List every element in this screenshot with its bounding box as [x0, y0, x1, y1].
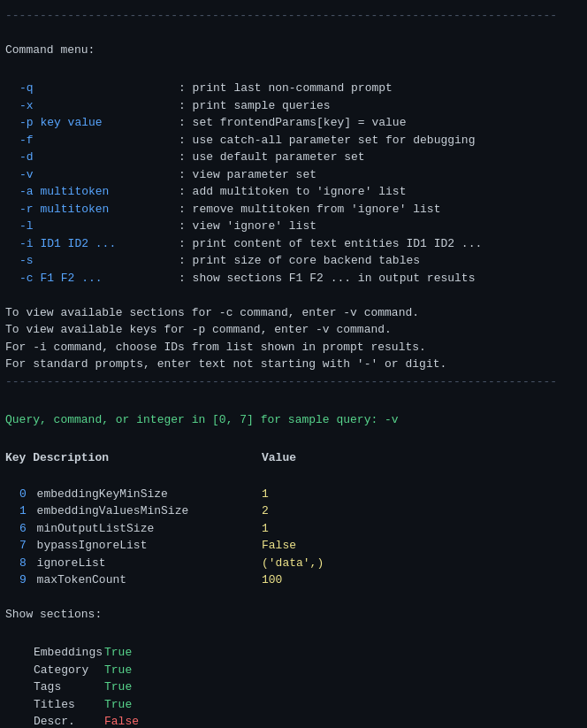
- show-key-category: Category: [34, 662, 104, 679]
- terminal: ----------------------------------------…: [5, 7, 582, 728]
- command-list: -q : print last non-command prompt -x : …: [5, 80, 582, 287]
- cmd-key-q: -q: [19, 80, 179, 97]
- cmd-key-s: -s: [19, 252, 179, 270]
- param-key-6: 6 minOutputListSize: [19, 520, 262, 538]
- cmd-desc-r: : remove multitoken from 'ignore' list: [179, 201, 440, 218]
- top-divider: ----------------------------------------…: [5, 7, 582, 25]
- cmd-row-q: -q : print last non-command prompt: [19, 80, 582, 97]
- cmd-row-f: -f : use catch-all parameter set for deb…: [19, 132, 582, 149]
- show-key-embeddings: Embeddings: [34, 644, 104, 662]
- params-header-val: Value: [262, 449, 296, 467]
- cmd-row-c: -c F1 F2 ... : show sections F1 F2 ... i…: [19, 270, 582, 287]
- param-idx-1: 1: [19, 504, 27, 517]
- params-rows: 0 embeddingKeyMinSize 1 1 embeddingValue…: [5, 486, 582, 589]
- cmd-key-r: -r multitoken: [19, 201, 179, 218]
- cmd-desc-a: : add multitoken to 'ignore' list: [179, 183, 406, 201]
- param-row-1: 1 embeddingValuesMinSize 2: [19, 502, 582, 520]
- show-sections-title: Show sections:: [5, 606, 582, 624]
- cmd-desc-d: : use default parameter set: [179, 149, 365, 166]
- param-row-0: 0 embeddingKeyMinSize 1: [19, 486, 582, 503]
- cmd-key-c: -c F1 F2 ...: [19, 270, 179, 287]
- show-val-tags: True: [104, 678, 132, 696]
- param-idx-8: 8: [19, 556, 27, 570]
- show-row-tags: Tags True: [34, 678, 582, 696]
- show-row-category: Category True: [34, 662, 582, 679]
- cmd-row-d: -d : use default parameter set: [19, 149, 582, 166]
- cmd-key-p: -p key value: [19, 114, 179, 132]
- show-key-descr: Descr.: [34, 713, 104, 728]
- show-row-descr: Descr. False: [34, 713, 582, 728]
- param-val-1: 2: [262, 502, 269, 520]
- param-val-7: False: [262, 537, 296, 555]
- params-header-key: Key Description: [5, 449, 262, 467]
- info-line-3: For -i command, choose IDs from list sho…: [5, 339, 582, 356]
- show-val-embeddings: True: [104, 644, 132, 662]
- show-key-titles: Titles: [34, 696, 104, 714]
- cmd-key-a: -a multitoken: [19, 183, 179, 201]
- show-val-descr: False: [104, 713, 139, 728]
- cmd-row-a: -a multitoken : add multitoken to 'ignor…: [19, 183, 582, 201]
- bottom-divider: ----------------------------------------…: [5, 373, 582, 391]
- show-sections-rows: Embeddings True Category True Tags True …: [5, 644, 582, 728]
- cmd-desc-s: : print size of core backend tables: [179, 252, 420, 270]
- param-val-6: 1: [262, 520, 269, 538]
- cmd-row-s: -s : print size of core backend tables: [19, 252, 582, 270]
- param-key-8: 8 ignoreList: [19, 555, 262, 572]
- info-line-2: To view available keys for -p command, e…: [5, 321, 582, 339]
- show-row-embeddings: Embeddings True: [34, 644, 582, 662]
- info-line-1: To view available sections for -c comman…: [5, 304, 582, 322]
- cmd-desc-x: : print sample queries: [179, 97, 331, 115]
- param-idx-0: 0: [19, 487, 27, 501]
- param-val-0: 1: [262, 486, 269, 503]
- cmd-key-i: -i ID1 ID2 ...: [19, 235, 179, 253]
- param-row-6: 6 minOutputListSize 1: [19, 520, 582, 538]
- cmd-row-v: -v : view parameter set: [19, 166, 582, 184]
- cmd-row-x: -x : print sample queries: [19, 97, 582, 115]
- prompt-line: Query, command, or integer in [0, 7] for…: [5, 411, 582, 429]
- param-idx-6: 6: [19, 522, 27, 535]
- cmd-row-p: -p key value : set frontendParams[key] =…: [19, 114, 582, 132]
- param-row-9: 9 maxTokenCount 100: [19, 571, 582, 589]
- cmd-desc-q: : print last non-command prompt: [179, 80, 393, 97]
- param-idx-9: 9: [19, 573, 27, 586]
- param-val-9: 100: [262, 571, 282, 589]
- cmd-row-i: -i ID1 ID2 ... : print content of text e…: [19, 235, 582, 253]
- show-key-tags: Tags: [34, 678, 104, 696]
- param-key-9: 9 maxTokenCount: [19, 571, 262, 589]
- cmd-row-l: -l : view 'ignore' list: [19, 218, 582, 235]
- params-table-header: Key Description Value: [5, 449, 582, 467]
- cmd-desc-f: : use catch-all parameter set for debugg…: [179, 132, 475, 149]
- info-lines: To view available sections for -c comman…: [5, 304, 582, 373]
- cmd-desc-c: : show sections F1 F2 ... in output resu…: [179, 270, 475, 287]
- param-key-0: 0 embeddingKeyMinSize: [19, 486, 262, 503]
- param-val-8: ('data',): [262, 555, 324, 572]
- cmd-desc-p: : set frontendParams[key] = value: [179, 114, 406, 132]
- show-val-category: True: [104, 662, 132, 679]
- info-line-4: For standard prompts, enter text not sta…: [5, 356, 582, 373]
- param-key-1: 1 embeddingValuesMinSize: [19, 502, 262, 520]
- cmd-key-f: -f: [19, 132, 179, 149]
- param-key-7: 7 bypassIgnoreList: [19, 537, 262, 555]
- cmd-key-x: -x: [19, 97, 179, 115]
- cmd-desc-i: : print content of text entities ID1 ID2…: [179, 235, 482, 253]
- cmd-key-d: -d: [19, 149, 179, 166]
- param-row-8: 8 ignoreList ('data',): [19, 555, 582, 572]
- param-idx-7: 7: [19, 539, 27, 552]
- show-val-titles: True: [104, 696, 132, 714]
- show-row-titles: Titles True: [34, 696, 582, 714]
- cmd-key-v: -v: [19, 166, 179, 184]
- command-menu-title: Command menu:: [5, 42, 582, 59]
- cmd-row-r: -r multitoken : remove multitoken from '…: [19, 201, 582, 218]
- cmd-desc-l: : view 'ignore' list: [179, 218, 316, 235]
- param-row-7: 7 bypassIgnoreList False: [19, 537, 582, 555]
- cmd-key-l: -l: [19, 218, 179, 235]
- cmd-desc-v: : view parameter set: [179, 166, 316, 184]
